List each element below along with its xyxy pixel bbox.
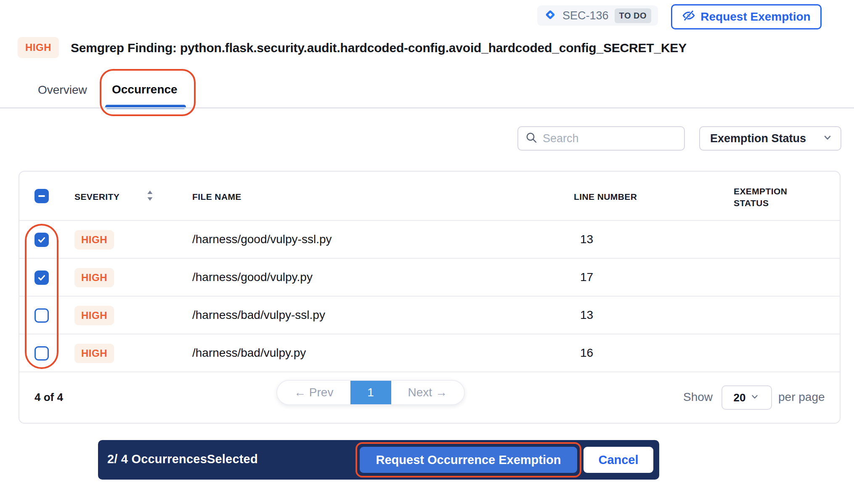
file-name-cell: /harness/good/vulpy.py	[192, 271, 313, 284]
severity-badge: HIGH	[74, 344, 114, 363]
severity-badge: HIGH	[74, 268, 114, 287]
jira-ticket-key: SEC-136	[562, 9, 609, 22]
table-row: HIGH /harness/bad/vulpy.py 16	[19, 334, 840, 372]
column-header-severity[interactable]: SEVERITY	[74, 192, 119, 202]
page-title: Semgrep Finding: python.flask.security.a…	[71, 41, 687, 55]
line-number-cell: 13	[580, 308, 593, 322]
next-page-button[interactable]: Next →	[391, 386, 464, 399]
finding-severity-badge: HIGH	[18, 37, 59, 58]
severity-badge: HIGH	[74, 306, 114, 325]
cancel-button[interactable]: Cancel	[583, 447, 653, 473]
severity-badge: HIGH	[74, 230, 114, 249]
file-name-cell: /harness/good/vulpy-ssl.py	[192, 233, 332, 246]
tab-occurrence[interactable]: Occurrence	[112, 83, 178, 96]
arrow-left-icon: ←	[294, 386, 306, 399]
table-row: HIGH /harness/good/vulpy.py 17	[19, 259, 840, 297]
sort-icon[interactable]	[147, 190, 153, 203]
file-name-cell: /harness/bad/vulpy-ssl.py	[192, 308, 325, 322]
search-box[interactable]	[517, 126, 685, 151]
selection-summary: 2/ 4 OccurrencesSelected	[107, 452, 258, 466]
row-checkbox[interactable]	[34, 308, 49, 323]
request-exemption-button[interactable]: Request Exemption	[671, 4, 822, 29]
request-exemption-label: Request Exemption	[700, 10, 810, 24]
finding-detail-page: SEC-136 TO DO Request Exemption HIGH Sem…	[0, 0, 854, 504]
exemption-status-filter-label: Exemption Status	[710, 132, 806, 145]
table-header-row: SEVERITY FILE NAME LINE NUMBER EXEMPTION…	[19, 172, 840, 221]
eye-slash-icon	[682, 9, 695, 25]
chevron-down-icon	[822, 132, 833, 145]
file-name-cell: /harness/bad/vulpy.py	[192, 346, 306, 360]
tabs-divider	[0, 107, 854, 109]
current-page-button[interactable]: 1	[350, 380, 391, 405]
jira-icon	[544, 8, 557, 23]
select-all-checkbox[interactable]	[34, 189, 49, 203]
jira-status-chip: TO DO	[615, 8, 651, 23]
per-page-label: per page	[778, 390, 825, 404]
result-count: 4 of 4	[34, 391, 63, 404]
search-input[interactable]	[543, 132, 677, 145]
pagination-control: ← Prev 1 Next →	[276, 380, 465, 405]
column-header-line-number: LINE NUMBER	[574, 192, 637, 202]
jira-ticket-badge[interactable]: SEC-136 TO DO	[537, 5, 658, 26]
occurrences-table: SEVERITY FILE NAME LINE NUMBER EXEMPTION…	[19, 171, 841, 424]
line-number-cell: 17	[580, 271, 593, 284]
prev-page-button[interactable]: ← Prev	[277, 386, 350, 399]
table-row: HIGH /harness/bad/vulpy-ssl.py 13	[19, 297, 840, 334]
line-number-cell: 13	[580, 233, 593, 246]
selection-action-bar: 2/ 4 OccurrencesSelected Request Occurre…	[98, 440, 659, 480]
per-page-value: 20	[734, 391, 746, 404]
chevron-down-icon	[750, 392, 760, 403]
row-checkbox[interactable]	[34, 346, 49, 361]
show-label: Show	[683, 390, 713, 404]
tab-overview[interactable]: Overview	[38, 83, 87, 97]
column-header-exemption-status: EXEMPTION STATUS	[734, 186, 797, 210]
search-icon	[525, 131, 538, 146]
per-page-select[interactable]: 20	[721, 385, 772, 410]
row-checkbox[interactable]	[34, 233, 49, 247]
request-occurrence-exemption-button[interactable]: Request Occurrence Exemption	[360, 447, 577, 473]
row-checkbox[interactable]	[34, 271, 49, 285]
line-number-cell: 16	[580, 346, 593, 360]
table-row: HIGH /harness/good/vulpy-ssl.py 13	[19, 221, 840, 259]
column-header-file-name: FILE NAME	[192, 192, 241, 202]
exemption-status-filter[interactable]: Exemption Status	[699, 126, 841, 151]
arrow-right-icon: →	[435, 386, 447, 399]
